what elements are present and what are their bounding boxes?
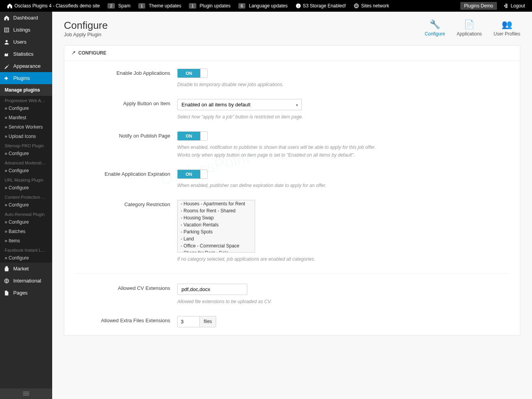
users-icon: 👥	[493, 19, 520, 30]
helper-enable-expiration: When enabled, publisher can define expir…	[177, 182, 508, 189]
sublink-autorenewal-items[interactable]: » Items	[0, 236, 52, 245]
sublink-facebook-configure[interactable]: » Configure	[0, 253, 52, 263]
sublink-pwa-sw[interactable]: » Service Workers	[0, 122, 52, 132]
label-apply-button: Apply Button on Item	[76, 99, 177, 106]
plugins-icon	[4, 76, 9, 81]
site-title: Osclass Plugins 4 - Classifieds demo sit…	[14, 3, 100, 9]
sidebar-dashboard[interactable]: Dashboard	[0, 12, 52, 24]
topbar-theme-updates[interactable]: 1Theme updates	[135, 3, 185, 9]
helper-apply-button: Select how "apply for a job" button is r…	[177, 113, 508, 120]
sublink-contentprotection-configure[interactable]: » Configure	[0, 200, 52, 210]
sidebar-statistics[interactable]: Statistics	[0, 48, 52, 60]
helper-notify-publish-2: Works only when apply button on item pag…	[177, 152, 508, 159]
main-content: Configure Job Apply Plugin 🔧 Configure 📄…	[52, 12, 532, 399]
label-category-restriction: Category Restriction	[76, 200, 177, 207]
sidebar-sub-header[interactable]: Manage plugins	[0, 84, 52, 96]
configure-panel: CONFIGURE Enable Job Applications ON Dis…	[64, 45, 520, 335]
subgroup-sitemap: Sitemap PRO Plugin	[0, 141, 52, 149]
helper-notify-publish-1: When enabled, notification to publisher …	[177, 144, 508, 151]
international-icon	[4, 278, 9, 284]
page-title: Configure	[64, 19, 108, 32]
addon-files: files	[200, 316, 216, 327]
topbar-language-updates[interactable]: 6Language updates	[235, 3, 291, 9]
pages-icon	[4, 290, 9, 296]
globe-icon	[354, 3, 359, 9]
wrench-icon: 🔧	[425, 19, 445, 30]
tab-configure[interactable]: 🔧 Configure	[425, 19, 445, 37]
label-enable-job: Enable Job Applications	[76, 69, 177, 76]
sidebar-international[interactable]: International	[0, 275, 52, 287]
appearance-icon	[4, 64, 9, 69]
tab-user-profiles[interactable]: 👥 User Profiles	[493, 19, 520, 37]
tab-applications[interactable]: 📄 Applications	[457, 19, 482, 37]
menu-icon	[23, 392, 29, 395]
sidebar-submenu: Manage plugins Progressive Web App ... »…	[0, 84, 52, 263]
file-icon: 📄	[457, 19, 482, 30]
sidebar: Dashboard Listings Users Statistics Appe…	[0, 12, 52, 399]
label-cv-extensions: Allowed CV Extensions	[76, 284, 177, 291]
sidebar-pages[interactable]: Pages	[0, 287, 52, 299]
input-cv-extensions[interactable]	[177, 284, 247, 295]
sidebar-plugins[interactable]: Plugins	[0, 72, 52, 84]
label-enable-expiration: Enable Application Expiration	[76, 169, 177, 177]
sublink-autorenewal-configure[interactable]: » Configure	[0, 217, 52, 227]
helper-cv-extensions: Allowed file extensions to be uploaded a…	[177, 298, 508, 305]
panel-header: CONFIGURE	[64, 46, 520, 61]
dashboard-icon	[4, 15, 9, 21]
subgroup-contentprotection: Content Protection Pl...	[0, 192, 52, 200]
info-icon: i	[296, 3, 301, 9]
topbar: Osclass Plugins 4 - Classifieds demo sit…	[0, 0, 532, 12]
svg-point-4	[5, 40, 7, 42]
statistics-icon	[4, 51, 9, 57]
input-extra-files[interactable]	[177, 316, 200, 327]
toggle-enable-job[interactable]: ON	[177, 69, 208, 78]
subgroup-pwa: Progressive Web App ...	[0, 96, 52, 104]
sidebar-users[interactable]: Users	[0, 36, 52, 48]
select-apply-button[interactable]: Enabled on all items by default	[177, 99, 302, 110]
sublink-moderating-configure[interactable]: » Configure	[0, 166, 52, 175]
topbar-user[interactable]: Plugins Demo	[460, 2, 497, 10]
users-icon	[4, 39, 9, 45]
sublink-pwa-manifest[interactable]: » Manifest	[0, 113, 52, 122]
label-notify-publish: Notify on Publish Page	[76, 131, 177, 139]
topbar-spam[interactable]: 2Spam	[104, 3, 133, 9]
wrench-icon	[71, 51, 76, 55]
label-extra-files: Allowed Extra Files Extensions	[76, 316, 177, 323]
sidebar-listings[interactable]: Listings	[0, 24, 52, 36]
sublink-urlmasking-configure[interactable]: » Configure	[0, 183, 52, 192]
topbar-s3[interactable]: i S3 Storage Enabled!	[292, 3, 349, 9]
sublink-pwa-icons[interactable]: » Upload Icons	[0, 132, 52, 141]
sidebar-collapse[interactable]	[0, 388, 52, 399]
home-icon	[7, 3, 12, 9]
multiselect-category-restriction[interactable]: - Houses - Apartments for Rent - Rooms f…	[177, 200, 255, 252]
listings-icon	[4, 27, 9, 33]
subgroup-facebook: Facebook Instant Logi...	[0, 245, 52, 253]
subgroup-autorenewal: Auto-Renewal Plugin	[0, 210, 52, 217]
subgroup-moderating: Advanced Moderating...	[0, 158, 52, 166]
topbar-logout[interactable]: Logout	[500, 3, 528, 9]
topbar-home[interactable]: Osclass Plugins 4 - Classifieds demo sit…	[4, 3, 103, 9]
subgroup-urlmasking: URL Masking Plugin	[0, 175, 52, 183]
sublink-sitemap-configure[interactable]: » Configure	[0, 149, 52, 158]
page-subtitle: Job Apply Plugin	[64, 32, 108, 37]
helper-category-restriction: If no category selected, job application…	[177, 256, 508, 263]
svg-text:i: i	[298, 4, 299, 8]
market-icon	[4, 266, 9, 272]
topbar-sites-network[interactable]: Sites network	[351, 3, 392, 9]
sublink-autorenewal-batches[interactable]: » Batches	[0, 227, 52, 236]
toggle-notify-publish[interactable]: ON	[177, 131, 208, 141]
sidebar-market[interactable]: Market	[0, 263, 52, 275]
logout-icon	[503, 3, 509, 9]
helper-enable-job: Disable to temporary disable new jobs ap…	[177, 81, 508, 88]
topbar-plugin-updates[interactable]: 1Plugin updates	[186, 3, 234, 9]
sublink-pwa-configure[interactable]: » Configure	[0, 104, 52, 113]
sidebar-appearance[interactable]: Appearance	[0, 60, 52, 72]
toggle-enable-expiration[interactable]: ON	[177, 169, 208, 179]
